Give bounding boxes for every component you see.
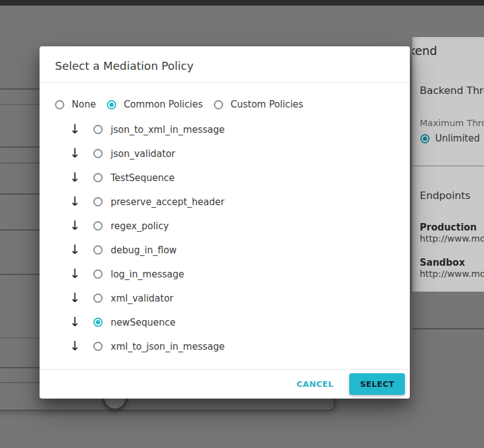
policy-label: xml_validator bbox=[111, 293, 174, 304]
policy-label: preserve_accept_header bbox=[111, 197, 224, 208]
type-option-radio[interactable] bbox=[214, 100, 223, 109]
unlimited-radio[interactable] bbox=[420, 134, 430, 143]
production-endpoint-url: http://www.moc bbox=[420, 234, 484, 243]
type-option-label: None bbox=[72, 99, 96, 110]
screen: kend Backend Throu Maximum Throu Unlimit… bbox=[0, 0, 484, 448]
download-arrow-icon[interactable]: ↓ bbox=[67, 123, 82, 136]
type-option-custom-policies[interactable]: Custom Policies bbox=[214, 99, 304, 110]
policy-radio[interactable] bbox=[93, 269, 103, 279]
mediation-policy-dialog: Select a Mediation Policy NoneCommon Pol… bbox=[40, 46, 410, 399]
download-arrow-icon[interactable]: ↓ bbox=[67, 147, 82, 160]
download-arrow-icon[interactable]: ↓ bbox=[67, 195, 82, 208]
policy-label: regex_policy bbox=[111, 221, 169, 232]
policy-row-regex_policy[interactable]: ↓regex_policy bbox=[40, 214, 410, 238]
select-button[interactable]: SELECT bbox=[349, 373, 405, 395]
policy-row-xml_to_json_in_message[interactable]: ↓xml_to_json_in_message bbox=[40, 334, 410, 358]
policy-label: log_in_message bbox=[111, 269, 184, 280]
policy-label: json_validator bbox=[111, 148, 176, 159]
policy-radio[interactable] bbox=[93, 149, 103, 158]
policy-radio[interactable] bbox=[93, 125, 103, 134]
policy-list: ↓json_to_xml_in_message↓json_validator↓T… bbox=[40, 117, 410, 358]
policy-label: newSequence bbox=[111, 317, 176, 328]
maximum-throughput-label: Maximum Throu bbox=[420, 118, 484, 128]
policy-row-json_to_xml_in_message[interactable]: ↓json_to_xml_in_message bbox=[40, 117, 410, 142]
policy-type-radio-group: NoneCommon PoliciesCustom Policies bbox=[55, 99, 304, 110]
production-endpoint-name: Production bbox=[420, 222, 477, 233]
policy-radio[interactable] bbox=[93, 245, 103, 255]
policy-radio[interactable] bbox=[93, 197, 103, 206]
dialog-title: Select a Mediation Policy bbox=[55, 59, 193, 72]
download-arrow-icon[interactable]: ↓ bbox=[67, 292, 82, 305]
type-option-none[interactable]: None bbox=[55, 99, 96, 110]
unlimited-radio-option[interactable]: Unlimited bbox=[420, 133, 480, 144]
download-arrow-icon[interactable]: ↓ bbox=[67, 219, 82, 232]
endpoints-title: Endpoints bbox=[420, 190, 470, 201]
cancel-button[interactable]: CANCEL bbox=[291, 374, 340, 394]
dimmed-top-bar bbox=[0, 0, 484, 6]
policy-label: xml_to_json_in_message bbox=[111, 341, 224, 352]
policy-radio[interactable] bbox=[93, 318, 103, 327]
download-arrow-icon[interactable]: ↓ bbox=[67, 171, 82, 184]
backend-throughput-title: Backend Throu bbox=[420, 85, 484, 96]
policy-label: TestSequence bbox=[111, 172, 175, 184]
policy-radio[interactable] bbox=[93, 221, 103, 230]
policy-row-preserve_accept_header[interactable]: ↓preserve_accept_header bbox=[40, 190, 410, 214]
download-arrow-icon[interactable]: ↓ bbox=[67, 316, 82, 329]
policy-row-newSequence[interactable]: ↓newSequence bbox=[40, 310, 410, 334]
download-arrow-icon[interactable]: ↓ bbox=[67, 268, 82, 281]
sandbox-endpoint-url: http://www.moc bbox=[420, 269, 484, 279]
policy-row-debug_in_flow[interactable]: ↓debug_in_flow bbox=[40, 238, 410, 262]
type-option-common-policies[interactable]: Common Policies bbox=[107, 99, 203, 110]
type-option-label: Custom Policies bbox=[231, 99, 304, 110]
drawer-heading-fragment: kend bbox=[412, 44, 437, 57]
header-divider bbox=[40, 82, 410, 83]
type-option-radio[interactable] bbox=[55, 100, 64, 109]
policy-radio[interactable] bbox=[93, 173, 103, 182]
policy-label: debug_in_flow bbox=[111, 245, 177, 256]
policy-row-xml_validator[interactable]: ↓xml_validator bbox=[40, 286, 410, 310]
policy-label: json_to_xml_in_message bbox=[111, 124, 224, 135]
policy-row-TestSequence[interactable]: ↓TestSequence bbox=[40, 166, 410, 190]
policy-radio[interactable] bbox=[93, 294, 103, 303]
download-arrow-icon[interactable]: ↓ bbox=[67, 340, 82, 353]
panel-divider bbox=[412, 166, 484, 166]
policy-row-json_validator[interactable]: ↓json_validator bbox=[40, 142, 410, 166]
dialog-footer: CANCEL SELECT bbox=[40, 370, 410, 399]
policy-radio[interactable] bbox=[93, 342, 103, 351]
backend-drawer-panel: kend Backend Throu Maximum Throu Unlimit… bbox=[412, 37, 484, 292]
type-option-label: Common Policies bbox=[124, 99, 203, 110]
download-arrow-icon[interactable]: ↓ bbox=[67, 243, 82, 256]
sandbox-endpoint-name: Sandbox bbox=[420, 257, 465, 268]
unlimited-radio-label: Unlimited bbox=[435, 133, 480, 144]
policy-row-log_in_message[interactable]: ↓log_in_message bbox=[40, 262, 410, 286]
type-option-radio[interactable] bbox=[107, 100, 116, 109]
